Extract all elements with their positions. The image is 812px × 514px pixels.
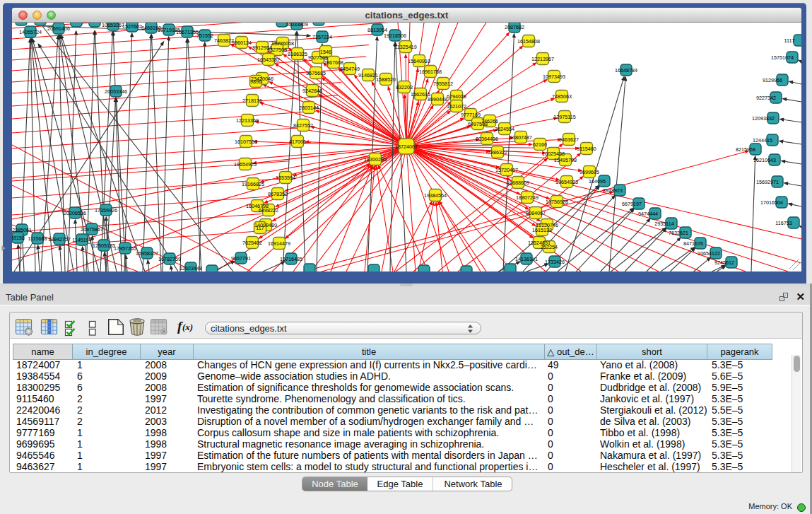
svg-text:9777169: 9777169	[461, 112, 481, 118]
svg-text:9084067: 9084067	[526, 210, 546, 216]
svg-text:6679197: 6679197	[622, 201, 642, 207]
svg-text:3675685: 3675685	[306, 70, 326, 76]
svg-text:9227342: 9227342	[756, 95, 776, 101]
svg-text:11325419: 11325419	[394, 44, 416, 50]
svg-text:1546: 1546	[320, 49, 331, 55]
svg-text:10807487: 10807487	[510, 134, 532, 141]
svg-text:16543382: 16543382	[257, 57, 280, 63]
svg-text:1733426: 1733426	[545, 259, 565, 265]
svg-text:2935114: 2935114	[654, 221, 673, 227]
svg-text:16154808: 16154808	[517, 38, 540, 45]
svg-text:20053346: 20053346	[105, 88, 127, 95]
svg-text:(x): (x)	[182, 322, 193, 332]
svg-text:9242848: 9242848	[302, 88, 322, 94]
svg-text:12923448: 12923448	[180, 265, 202, 271]
svg-text:19218506: 19218506	[384, 33, 406, 39]
svg-text:8454749: 8454749	[340, 66, 360, 72]
svg-text:17359926: 17359926	[95, 207, 117, 214]
svg-text:417006: 417006	[289, 139, 306, 145]
svg-text:746266: 746266	[481, 118, 498, 124]
svg-text:1615132: 1615132	[532, 227, 552, 233]
svg-text:15640910: 15640910	[408, 58, 430, 64]
svg-text:1353594: 1353594	[276, 175, 295, 181]
svg-text:20364436: 20364436	[476, 136, 498, 142]
svg-text:18724007: 18724007	[395, 144, 418, 150]
svg-text:14055724: 14055724	[19, 29, 42, 35]
svg-text:17957265: 17957265	[114, 245, 136, 252]
svg-text:6794028: 6794028	[447, 93, 466, 100]
svg-text:2867608: 2867608	[324, 59, 343, 66]
svg-text:7463822: 7463822	[214, 37, 234, 44]
svg-text:18300295: 18300295	[364, 156, 387, 163]
svg-text:7485063: 7485063	[552, 93, 572, 100]
svg-text:19654925: 19654925	[234, 161, 257, 168]
svg-text:10654122: 10654122	[698, 250, 720, 257]
svg-text:12213369: 12213369	[236, 117, 259, 124]
svg-text:9960124: 9960124	[232, 40, 252, 46]
svg-text:12213967: 12213967	[531, 56, 554, 62]
svg-text:116753: 116753	[775, 220, 792, 226]
svg-text:3624554: 3624554	[495, 126, 514, 132]
svg-text:16648784: 16648784	[615, 67, 637, 74]
svg-text:252254: 252254	[541, 244, 558, 250]
svg-text:1115688: 1115688	[28, 235, 47, 242]
svg-text:15720407: 15720407	[495, 167, 518, 173]
svg-text:12975115: 12975115	[553, 114, 575, 120]
svg-text:10973493: 10973493	[543, 74, 565, 80]
svg-text:12093832: 12093832	[752, 115, 775, 122]
svg-text:9146821: 9146821	[358, 72, 378, 78]
svg-text:15226058: 15226058	[271, 40, 294, 47]
svg-text:16958107: 16958107	[136, 250, 158, 257]
svg-text:1145194: 1145194	[72, 237, 91, 243]
svg-text:20691406: 20691406	[47, 25, 70, 32]
svg-text:9463627: 9463627	[559, 136, 579, 143]
svg-text:8215958: 8215958	[736, 146, 755, 153]
svg-text:20975867: 20975867	[81, 226, 103, 233]
svg-text:9896: 9896	[250, 78, 261, 85]
svg-text:9699695: 9699695	[579, 169, 599, 175]
svg-text:8427552: 8427552	[293, 122, 313, 129]
svg-text:8186325: 8186325	[288, 51, 307, 57]
svg-text:16033809: 16033809	[286, 23, 308, 28]
svg-text:17016504: 17016504	[760, 199, 783, 206]
svg-text:9245612: 9245612	[714, 259, 734, 266]
svg-text:16782759: 16782759	[158, 256, 181, 262]
svg-text:9115460: 9115460	[577, 146, 596, 152]
svg-text:2087682: 2087682	[505, 24, 524, 30]
svg-text:9129966: 9129966	[763, 77, 782, 83]
svg-text:19166825: 19166825	[242, 181, 264, 187]
svg-text:7986322: 7986322	[488, 149, 507, 156]
svg-text:15692971: 15692971	[756, 179, 779, 185]
svg-text:1588520: 1588520	[376, 76, 396, 83]
svg-text:12505135: 12505135	[93, 243, 115, 249]
svg-text:6498222: 6498222	[259, 207, 278, 214]
svg-text:1527602: 1527602	[122, 23, 142, 30]
svg-text:7357224: 7357224	[312, 34, 332, 40]
svg-text:10756928: 10756928	[546, 199, 568, 205]
svg-text:2718176: 2718176	[242, 98, 262, 104]
svg-text:7632621: 7632621	[669, 230, 688, 236]
svg-text:19654923: 19654923	[555, 179, 578, 185]
svg-text:8678352: 8678352	[268, 191, 288, 197]
svg-text:2385061: 2385061	[12, 227, 32, 233]
svg-text:751552: 751552	[196, 33, 213, 39]
svg-text:15716485: 15716485	[280, 256, 302, 262]
svg-text:14136141: 14136141	[515, 256, 538, 262]
svg-text:7955812: 7955812	[433, 81, 453, 87]
svg-text:8471676: 8471676	[683, 240, 703, 247]
svg-text:16914479: 16914479	[268, 240, 290, 247]
svg-text:9657791: 9657791	[231, 255, 251, 262]
svg-text:16107553: 16107553	[235, 139, 257, 145]
svg-text:10653267: 10653267	[102, 23, 124, 28]
svg-text:20206536: 20206536	[64, 210, 86, 216]
svg-text:164095: 164095	[589, 178, 606, 185]
svg-text:2803144: 2803144	[299, 105, 319, 111]
svg-text:1244415: 1244415	[753, 137, 772, 144]
svg-text:1117: 1117	[784, 37, 795, 44]
svg-text:39158: 39158	[12, 235, 25, 241]
svg-text:15751074: 15751074	[771, 54, 794, 61]
svg-text:16961758: 16961758	[419, 69, 442, 75]
svg-text:9474444: 9474444	[638, 211, 658, 217]
svg-text:832203: 832203	[396, 84, 413, 90]
svg-text:10025438: 10025438	[542, 151, 565, 157]
